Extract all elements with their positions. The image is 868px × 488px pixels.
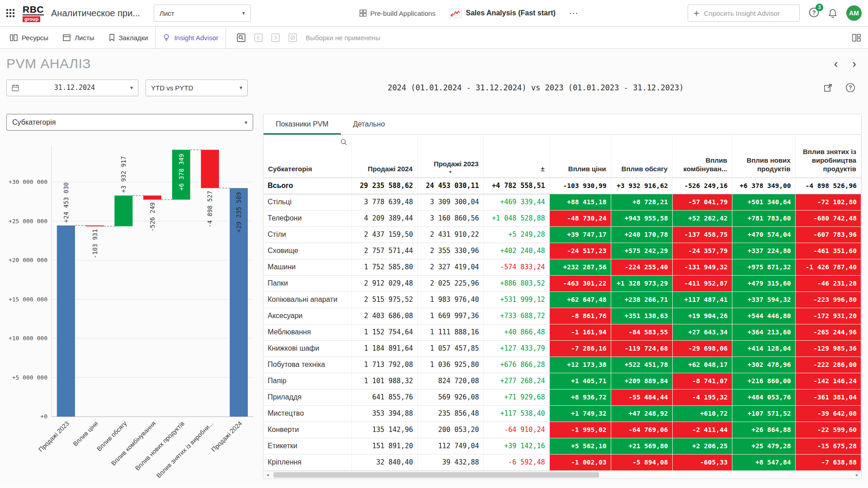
subcategory-cell[interactable]: Книжкові шафи — [264, 340, 351, 357]
impact-cell[interactable]: -222 286,00 — [795, 357, 861, 373]
impact-cell[interactable]: +1 749,32 — [549, 405, 611, 422]
subcategory-cell[interactable]: Стіли — [264, 226, 351, 243]
delta-cell[interactable]: +277 268,24 — [483, 373, 549, 389]
subcategory-cell[interactable]: Етикетки — [264, 438, 351, 454]
delta-cell[interactable]: +676 866,28 — [483, 357, 549, 373]
impact-cell[interactable]: +47 248,92 — [611, 405, 672, 422]
subcategory-cell[interactable]: Копіювальні апарати — [264, 291, 351, 308]
impact-cell[interactable]: +117 487,41 — [672, 291, 732, 308]
sales-2024-cell[interactable]: 353 394,88 — [351, 405, 417, 422]
impact-cell[interactable]: +1 405,71 — [549, 373, 611, 389]
notifications-button[interactable] — [828, 9, 837, 18]
delta-cell[interactable]: +1 048 528,88 — [483, 210, 549, 226]
delta-cell[interactable]: +886 803,52 — [483, 275, 549, 291]
delta-cell[interactable]: +39 142,16 — [483, 438, 549, 454]
impact-cell[interactable]: +6 378 349,00 — [732, 178, 795, 194]
sales-analysis-app[interactable]: Sales Analysis (Fast start) — [449, 8, 556, 18]
sales-2024-cell[interactable]: 2 515 975,52 — [351, 291, 417, 308]
sales-2024-cell[interactable]: 3 778 639,48 — [351, 194, 417, 210]
impact-cell[interactable]: +12 173,38 — [549, 357, 611, 373]
column-header[interactable]: Вплив комбінуван... — [672, 135, 732, 178]
delta-cell[interactable]: +5 249,28 — [483, 226, 549, 243]
column-header[interactable]: Субкатегорія — [264, 135, 351, 178]
impact-cell[interactable]: +62 647,48 — [549, 291, 611, 308]
delta-cell[interactable]: +71 929,68 — [483, 389, 549, 405]
sales-2024-cell[interactable]: 2 437 159,50 — [351, 226, 417, 243]
impact-cell[interactable]: -129 985,36 — [795, 340, 861, 357]
impact-cell[interactable]: -1 002,03 — [549, 454, 611, 470]
impact-cell[interactable]: -48 730,24 — [549, 210, 611, 226]
impact-cell[interactable]: -680 742,48 — [795, 210, 861, 226]
delta-cell[interactable]: -574 833,24 — [483, 259, 549, 275]
impact-cell[interactable]: -15 675,28 — [795, 438, 861, 454]
impact-cell[interactable]: -1 995,02 — [549, 422, 611, 438]
delta-cell[interactable]: -6 592,48 — [483, 454, 549, 470]
impact-cell[interactable]: -131 949,32 — [672, 259, 732, 275]
impact-cell[interactable]: +522 451,78 — [611, 357, 672, 373]
column-header[interactable]: Продажі 2024 — [351, 135, 417, 178]
column-header[interactable]: Продажі 2023▾ — [417, 135, 483, 178]
impact-cell[interactable]: -5 894,08 — [611, 454, 672, 470]
impact-cell[interactable]: -55 484,44 — [611, 389, 672, 405]
subcategory-cell[interactable]: Мистецтво — [264, 405, 351, 422]
sheets-button[interactable]: Листы — [56, 27, 101, 48]
waterfall-bar[interactable] — [57, 225, 75, 417]
impact-cell[interactable]: -7 638,88 — [795, 454, 861, 470]
scroll-right-arrow[interactable]: ► — [853, 473, 861, 477]
impact-cell[interactable]: -223 996,80 — [795, 291, 861, 308]
sales-2024-cell[interactable]: 641 855,76 — [351, 389, 417, 405]
scrollbar-thumb[interactable] — [274, 472, 599, 478]
impact-cell[interactable]: +21 569,80 — [611, 438, 672, 454]
column-header[interactable]: Вплив знятих із виробництва продуктів — [795, 135, 861, 178]
impact-cell[interactable]: +39 747,17 — [549, 226, 611, 243]
impact-cell[interactable]: -526 249,16 — [672, 178, 732, 194]
delta-cell[interactable]: +402 240,48 — [483, 243, 549, 259]
column-header[interactable]: Вплив обсягу — [611, 135, 672, 178]
impact-cell[interactable]: -411 952,87 — [672, 275, 732, 291]
subcategory-cell[interactable]: Стільці — [264, 194, 351, 210]
sales-2024-cell[interactable]: 29 235 588,62 — [351, 178, 417, 194]
delta-cell[interactable]: +127 433,79 — [483, 340, 549, 357]
scroll-left-arrow[interactable]: ◄ — [264, 473, 272, 477]
subcategory-cell[interactable]: Меблювання — [264, 324, 351, 340]
dimension-selector[interactable]: Субкатегорія ▾ — [6, 114, 253, 131]
impact-cell[interactable]: -142 146,24 — [795, 373, 861, 389]
impact-cell[interactable]: -1 426 787,40 — [795, 259, 861, 275]
subcategory-cell[interactable]: Конверти — [264, 422, 351, 438]
sales-2023-cell[interactable]: 2 355 330,96 — [417, 243, 483, 259]
subcategory-cell[interactable]: Кріплення — [264, 454, 351, 470]
sales-2023-cell[interactable]: 1 669 997,36 — [417, 308, 483, 324]
impact-cell[interactable]: -224 255,40 — [611, 259, 672, 275]
sales-2024-cell[interactable]: 2 757 571,44 — [351, 243, 417, 259]
waterfall-bar[interactable] — [114, 196, 132, 226]
impact-cell[interactable]: +88 415,18 — [549, 194, 611, 210]
sales-2023-cell[interactable]: 235 856,48 — [417, 405, 483, 422]
impact-cell[interactable]: -64 769,06 — [611, 422, 672, 438]
impact-cell[interactable]: -103 930,99 — [549, 178, 611, 194]
impact-cell[interactable]: +5 562,10 — [549, 438, 611, 454]
date-picker[interactable]: 31.12.2024 ▾ — [6, 80, 138, 96]
sheet-grid-view-button[interactable] — [852, 34, 861, 42]
subcategory-cell[interactable]: Побутова техніка — [264, 357, 351, 373]
impact-cell[interactable]: -137 458,75 — [672, 226, 732, 243]
impact-cell[interactable]: +232 287,56 — [549, 259, 611, 275]
column-header[interactable]: Вплив нових продуктів — [732, 135, 795, 178]
column-header[interactable]: Вплив ціни — [549, 135, 611, 178]
selections-tool-button[interactable] — [232, 33, 250, 42]
impact-cell[interactable]: +470 574,04 — [732, 226, 795, 243]
sales-2024-cell[interactable]: 151 891,20 — [351, 438, 417, 454]
avatar[interactable]: AM — [846, 5, 862, 21]
delta-cell[interactable]: +469 339,44 — [483, 194, 549, 210]
next-sheet-button[interactable]: › — [852, 58, 856, 70]
sales-2023-cell[interactable]: 1 983 976,40 — [417, 291, 483, 308]
impact-cell[interactable]: -1 161,94 — [549, 324, 611, 340]
horizontal-scrollbar[interactable]: ◄ ► — [264, 471, 861, 479]
impact-cell[interactable]: +544 446,80 — [732, 308, 795, 324]
sales-2023-cell[interactable]: 2 431 910,22 — [417, 226, 483, 243]
impact-cell[interactable]: -361 381,04 — [795, 389, 861, 405]
delta-cell[interactable]: +40 866,48 — [483, 324, 549, 340]
impact-cell[interactable]: +8 728,21 — [611, 194, 672, 210]
impact-cell[interactable]: +364 213,60 — [732, 324, 795, 340]
sales-2024-cell[interactable]: 2 912 029,48 — [351, 275, 417, 291]
impact-cell[interactable]: +209 889,84 — [611, 373, 672, 389]
